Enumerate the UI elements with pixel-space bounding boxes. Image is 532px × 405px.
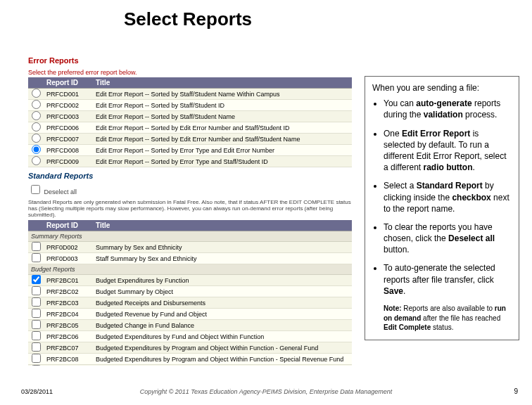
error-reports-heading: Error Reports [28,56,352,65]
error-report-radio[interactable] [32,156,41,165]
table-row: PRFCD008Edit Error Report -- Sorted by E… [28,145,352,156]
report-title: Summary by Sex and Ethnicity [93,243,352,252]
error-reports-instruction: Select the preferred error report below. [28,69,352,76]
report-id: PRF2BC06 [44,332,93,342]
table-row: PRFCD001Edit Error Report -- Sorted by S… [28,89,352,100]
standard-report-checkbox[interactable] [32,253,41,262]
report-title: Staff Summary by Sex and Ethnicity [93,254,352,264]
report-id: PRF2BC08 [44,354,93,364]
callout-header: When you are sending a file: [372,82,512,94]
table-row: PRF2BC03Budgeted Receipts and Disburseme… [28,297,352,309]
error-report-radio[interactable] [32,134,41,143]
table-row: PRF2BC06Budgeted Expenditures by Fund an… [28,331,352,342]
standard-report-checkbox[interactable] [32,331,41,340]
col-report-id: Report ID [44,220,93,231]
report-id: PRFCD006 [44,123,93,133]
standard-report-checkbox[interactable] [32,309,41,318]
callout-bullet: One Edit Error Report is selected by def… [384,128,512,174]
report-title: Edit Error Report -- Sorted by Staff/Stu… [93,89,352,99]
table-row: PRF0D003Staff Summary by Sex and Ethnici… [28,253,352,264]
standard-report-checkbox[interactable] [32,354,41,363]
table-row: PRFCD006Edit Error Report -- Sorted by E… [28,122,352,134]
report-id: PRFCD009 [44,157,93,167]
standard-reports-heading: Standard Reports [28,172,352,180]
report-title: Edit Error Report -- Sorted by Edit Erro… [93,123,352,133]
callout-bullet: Select a Standard Report by clicking ins… [384,180,512,214]
report-title: Edit Error Report -- Sorted by Error Typ… [93,157,352,167]
standard-report-checkbox[interactable] [32,297,41,307]
table-row: PRFCD009Edit Error Report -- Sorted by E… [28,156,352,167]
table-row: PRF0D002Summary by Sex and Ethnicity [28,242,352,253]
standard-report-checkbox[interactable] [32,275,41,284]
report-id: PRFCD007 [44,134,93,144]
error-reports-header: Report ID Title [28,77,352,89]
report-title: Budgeted Receipts and Disbursements [93,298,352,308]
standard-report-checkbox[interactable] [32,286,41,295]
table-row: PRF2BC07Budgeted Expenditures by Program… [28,342,352,354]
report-title: Combined Statement of Revenues, Expendit… [93,366,352,366]
report-id: PRF0D003 [44,254,93,264]
report-title: Budgeted Revenue by Fund and Object [93,309,352,319]
report-title: Budgeted Expenditures by Program and Obj… [93,343,352,353]
footer-page-number: 9 [514,387,518,395]
report-id: PRFCD003 [44,112,93,122]
col-report-id: Report ID [44,77,93,88]
table-row: PRF2BC04Budgeted Revenue by Fund and Obj… [28,309,352,320]
page-title: Select Reports [124,8,252,30]
callout-bullet: To auto-generate the selected reports af… [384,262,512,297]
report-group-subhead: Summary Reports [28,231,352,242]
col-title: Title [93,220,352,231]
report-select-screenshot: Error Reports Select the preferred error… [28,56,352,366]
report-title: Edit Error Report -- Sorted by Error Typ… [93,146,352,155]
standard-report-checkbox[interactable] [32,320,41,329]
callout-note: Note: Reports are also available to run … [384,304,512,333]
report-title: Budget Expenditures by Function [93,276,352,285]
report-title: Budget Summary by Object [93,287,352,297]
deselect-all-checkbox[interactable] [31,185,40,194]
callout-bullet: To clear the reports you have chosen, cl… [384,221,512,256]
report-title: Budgeted Expenditures by Fund and Object… [93,332,352,342]
report-id: PRF0D002 [44,243,93,252]
standard-report-checkbox[interactable] [32,342,41,352]
error-report-radio[interactable] [32,111,41,120]
report-id: PRF2BC07 [44,343,93,353]
standard-report-checkbox[interactable] [32,365,41,366]
deselect-all-row: Deselect all [28,183,352,196]
report-id: PRF2BC03 [44,298,93,308]
report-id: PRF2BC04 [44,309,93,319]
table-row: PRF2BC05Budgeted Change in Fund Balance [28,320,352,331]
table-row: PRFCD002Edit Error Report -- Sorted by S… [28,100,352,111]
report-id: PRF2BC05 [44,321,93,330]
report-id: PRFCD001 [44,89,93,99]
table-row: PRF2BC01Budget Expenditures by Function [28,275,352,286]
error-report-radio[interactable] [32,145,41,154]
table-row: PRF2BC02Budget Summary by Object [28,286,352,297]
report-id: PRF2BC09 [44,366,93,366]
report-title: Budgeted Change in Fund Balance [93,321,352,330]
callout-list: You can auto-generate reports during the… [372,98,512,297]
table-row: PRF2BC09Combined Statement of Revenues, … [28,365,352,366]
callout-bullet: You can auto-generate reports during the… [384,98,512,120]
error-report-radio[interactable] [32,100,41,109]
table-row: PRFCD003Edit Error Report -- Sorted by S… [28,111,352,122]
standard-reports-header: Report ID Title [28,220,352,231]
report-title: Budgeted Expenditures by Program and Obj… [93,354,352,364]
instruction-callout: When you are sending a file: You can aut… [365,76,519,340]
standard-report-checkbox[interactable] [32,242,41,251]
report-title: Edit Error Report -- Sorted by Staff/Stu… [93,112,352,122]
report-id: PRF2BC01 [44,276,93,285]
report-title: Edit Error Report -- Sorted by Staff/Stu… [93,101,352,110]
footer-copyright: Copyright © 2011 Texas Education Agency-… [0,388,532,395]
table-row: PRFCD007Edit Error Report -- Sorted by E… [28,134,352,145]
error-report-radio[interactable] [32,89,41,98]
report-title: Edit Error Report -- Sorted by Edit Erro… [93,134,352,144]
standard-reports-note: Standard Reports are only generated when… [28,199,352,218]
report-group-subhead: Budget Reports [28,264,352,275]
report-id: PRF2BC02 [44,287,93,297]
error-report-radio[interactable] [32,122,41,131]
deselect-all-label: Deselect all [44,188,77,195]
report-id: PRFCD008 [44,146,93,155]
table-row: PRF2BC08Budgeted Expenditures by Program… [28,354,352,365]
col-title: Title [93,77,352,88]
report-id: PRFCD002 [44,101,93,110]
